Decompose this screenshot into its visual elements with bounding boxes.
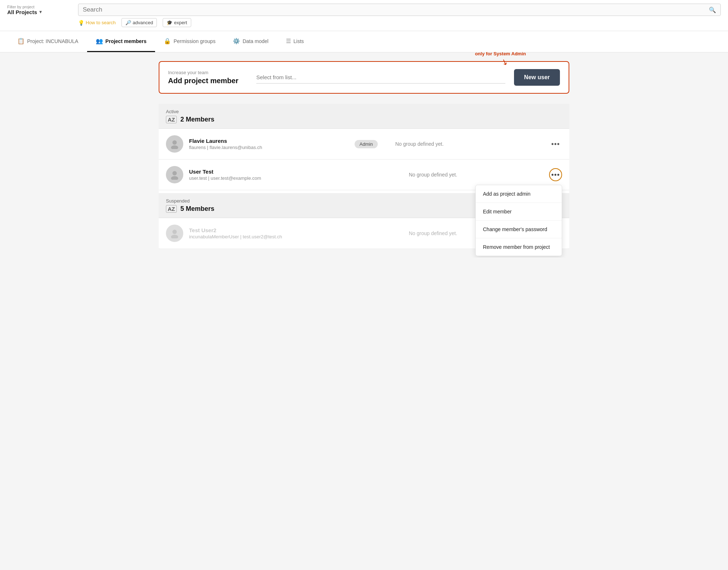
add-member-box: Increase your team Add project member Ne… [159, 61, 569, 94]
dropdown-change-password[interactable]: Change member's password [476, 221, 562, 238]
header-top: Filter by project All Projects ▾ 🔍 [7, 4, 721, 16]
active-section-header: Active AZ 2 Members [159, 104, 569, 129]
select-from-list-input[interactable] [256, 71, 505, 84]
svg-point-1 [171, 145, 178, 149]
tab-permissions-label: Permission groups [174, 38, 215, 44]
dropdown-add-admin[interactable]: Add as project admin [476, 185, 562, 203]
more-options-button-usertest[interactable]: ••• [549, 168, 562, 181]
member-name-testuser2: Test User2 [189, 227, 324, 233]
suspended-count-label: 5 Members [180, 205, 214, 213]
advanced-button[interactable]: 🔎 advanced [121, 18, 157, 27]
search-input[interactable] [83, 6, 706, 13]
tab-permissions[interactable]: 🔒 Permission groups [155, 31, 224, 52]
no-group-usertest: No group defined yet. [329, 172, 543, 178]
member-row-flavie: Flavie Laurens flaurens | flavie.laurens… [159, 129, 569, 159]
dropdown-edit-member[interactable]: Edit member [476, 203, 562, 221]
filter-value-dropdown[interactable]: All Projects ▾ [7, 9, 72, 15]
az-sort-suspended-icon[interactable]: AZ [166, 205, 177, 213]
active-count: AZ 2 Members [166, 116, 562, 123]
add-project-member-title: Add project member [168, 77, 248, 85]
add-member-label: Increase your team Add project member [168, 70, 248, 85]
permissions-tab-icon: 🔒 [164, 38, 171, 44]
project-tab-icon: 📋 [17, 38, 25, 44]
tab-datamodel[interactable]: ⚙️ Data model [224, 31, 277, 52]
tab-members-label: Project members [106, 38, 147, 44]
expert-label: expert [174, 20, 187, 25]
no-group-flavie: No group defined yet. [395, 141, 543, 147]
how-to-search-link[interactable]: 💡 How to search [78, 20, 116, 26]
datamodel-tab-icon: ⚙️ [233, 38, 240, 44]
active-count-label: 2 Members [180, 116, 214, 123]
main-content: only for System Admin ↘ Increase your te… [147, 52, 581, 258]
new-user-label: New user [524, 74, 550, 80]
active-members-section: Active AZ 2 Members Flavie Laurens flaur… [159, 104, 569, 249]
chevron-down-icon: ▾ [39, 9, 42, 14]
system-admin-note: only for System Admin [475, 51, 526, 56]
member-info-usertest: User Test user.test | user.test@example.… [189, 169, 324, 181]
search-bar[interactable]: 🔍 [78, 4, 721, 16]
expert-button[interactable]: 🎓 expert [163, 18, 191, 27]
member-sub-flavie: flaurens | flavie.laurens@unibas.ch [189, 145, 337, 150]
member-info-testuser2: Test User2 incunabulaMemberUser | test.u… [189, 227, 324, 239]
member-row-usertest: User Test user.test | user.test@example.… [159, 159, 569, 190]
az-sort-icon[interactable]: AZ [166, 116, 177, 123]
avatar-testuser2 [166, 225, 183, 242]
svg-point-2 [172, 171, 177, 175]
tab-lists[interactable]: ☰ Lists [277, 31, 313, 52]
avatar-usertest [166, 166, 183, 183]
admin-badge-flavie: Admin [355, 140, 378, 148]
svg-point-0 [172, 140, 177, 145]
more-options-button-flavie[interactable]: ••• [549, 137, 562, 150]
advanced-label: advanced [133, 20, 153, 25]
expert-icon: 🎓 [167, 20, 172, 25]
header: Filter by project All Projects ▾ 🔍 💡 How… [0, 0, 728, 31]
search-icon: 🔍 [709, 7, 716, 13]
dropdown-remove-member[interactable]: Remove member from project [476, 238, 562, 256]
filter-value-text: All Projects [7, 9, 37, 15]
filter-label: Filter by project [7, 5, 72, 9]
member-dropdown-menu: Add as project admin Edit member Change … [475, 185, 562, 256]
tabs-nav: 📋 Project: INCUNABULA 👥 Project members … [0, 31, 728, 52]
tab-project[interactable]: 📋 Project: INCUNABULA [9, 31, 87, 52]
svg-point-4 [172, 230, 177, 234]
new-user-button[interactable]: New user [514, 69, 560, 86]
avatar-flavie [166, 135, 183, 153]
tab-project-label: Project: INCUNABULA [27, 38, 78, 44]
member-name-usertest: User Test [189, 169, 324, 175]
header-bottom: 💡 How to search 🔎 advanced 🎓 expert [7, 18, 721, 27]
tab-lists-label: Lists [294, 38, 304, 44]
filter-by-project[interactable]: Filter by project All Projects ▾ [7, 5, 72, 15]
members-tab-icon: 👥 [96, 38, 103, 44]
add-member-section: only for System Admin ↘ Increase your te… [159, 61, 569, 94]
lightbulb-icon: 💡 [78, 20, 84, 26]
member-info-flavie: Flavie Laurens flaurens | flavie.laurens… [189, 138, 337, 150]
tab-members[interactable]: 👥 Project members [87, 31, 155, 52]
svg-point-5 [171, 235, 178, 238]
member-name-flavie: Flavie Laurens [189, 138, 337, 144]
tab-datamodel-label: Data model [243, 38, 269, 44]
active-status-label: Active [166, 109, 562, 114]
svg-point-3 [171, 176, 178, 180]
increase-your-team-label: Increase your team [168, 70, 248, 75]
lists-tab-icon: ☰ [286, 38, 291, 44]
advanced-search-icon: 🔎 [125, 20, 131, 25]
member-sub-testuser2: incunabulaMemberUser | test.user2@test.c… [189, 234, 324, 239]
member-sub-usertest: user.test | user.test@example.com [189, 175, 324, 181]
how-to-search-label: How to search [86, 20, 116, 25]
